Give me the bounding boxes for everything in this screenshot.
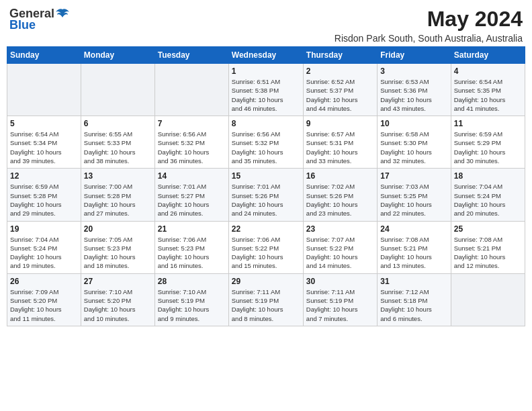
day-number: 28: [158, 277, 226, 286]
calendar-cell: 23Sunrise: 7:07 AM Sunset: 5:22 PM Dayli…: [303, 221, 377, 273]
day-number: 19: [10, 224, 78, 234]
calendar-cell: 30Sunrise: 7:11 AM Sunset: 5:19 PM Dayli…: [303, 273, 377, 326]
day-number: 12: [10, 171, 78, 181]
day-number: 2: [306, 66, 374, 76]
day-number: 16: [306, 171, 374, 181]
day-number: 5: [10, 119, 78, 128]
calendar-cell: 24Sunrise: 7:08 AM Sunset: 5:21 PM Dayli…: [378, 221, 451, 273]
day-number: 21: [158, 224, 226, 234]
day-number: 7: [158, 119, 226, 128]
day-number: 10: [380, 119, 447, 128]
calendar-cell: 18Sunrise: 7:04 AM Sunset: 5:24 PM Dayli…: [451, 169, 525, 221]
day-info: Sunrise: 7:02 AM Sunset: 5:26 PM Dayligh…: [306, 182, 374, 218]
calendar-cell: 13Sunrise: 7:00 AM Sunset: 5:28 PM Dayli…: [81, 169, 154, 221]
day-number: 30: [306, 277, 374, 286]
calendar-cell: 11Sunrise: 6:59 AM Sunset: 5:29 PM Dayli…: [451, 116, 525, 169]
weekday-header-saturday: Saturday: [451, 47, 525, 64]
calendar-cell: 31Sunrise: 7:12 AM Sunset: 5:18 PM Dayli…: [378, 273, 451, 326]
page-header: General Blue May 2024 Risdon Park South,…: [7, 7, 525, 44]
calendar-cell: 20Sunrise: 7:05 AM Sunset: 5:23 PM Dayli…: [81, 221, 154, 273]
day-info: Sunrise: 6:56 AM Sunset: 5:32 PM Dayligh…: [232, 130, 300, 165]
calendar-week-4: 19Sunrise: 7:04 AM Sunset: 5:24 PM Dayli…: [7, 221, 525, 273]
day-info: Sunrise: 6:54 AM Sunset: 5:34 PM Dayligh…: [10, 130, 78, 165]
day-number: 3: [380, 66, 447, 76]
day-number: 11: [454, 119, 522, 128]
weekday-header-tuesday: Tuesday: [154, 47, 228, 64]
calendar-week-3: 12Sunrise: 6:59 AM Sunset: 5:28 PM Dayli…: [7, 169, 525, 221]
day-number: 20: [84, 224, 152, 234]
calendar-cell: 5Sunrise: 6:54 AM Sunset: 5:34 PM Daylig…: [7, 116, 81, 169]
day-info: Sunrise: 7:08 AM Sunset: 5:21 PM Dayligh…: [380, 235, 447, 271]
calendar-cell: 17Sunrise: 7:03 AM Sunset: 5:25 PM Dayli…: [378, 169, 451, 221]
weekday-header-friday: Friday: [378, 47, 451, 64]
calendar-cell: [7, 64, 81, 116]
day-info: Sunrise: 7:12 AM Sunset: 5:18 PM Dayligh…: [380, 287, 447, 323]
weekday-header-sunday: Sunday: [7, 47, 81, 64]
day-info: Sunrise: 7:04 AM Sunset: 5:24 PM Dayligh…: [454, 182, 522, 218]
calendar-cell: 16Sunrise: 7:02 AM Sunset: 5:26 PM Dayli…: [303, 169, 377, 221]
logo-bird-icon: [56, 8, 69, 20]
day-number: 22: [232, 224, 300, 234]
day-number: 23: [306, 224, 374, 234]
calendar-cell: 1Sunrise: 6:51 AM Sunset: 5:38 PM Daylig…: [228, 64, 303, 116]
calendar-cell: [81, 64, 154, 116]
location-title: Risdon Park South, South Australia, Aust…: [335, 33, 523, 44]
day-info: Sunrise: 7:09 AM Sunset: 5:20 PM Dayligh…: [10, 287, 78, 323]
calendar-cell: 4Sunrise: 6:54 AM Sunset: 5:35 PM Daylig…: [451, 64, 525, 116]
weekday-header-wednesday: Wednesday: [228, 47, 303, 64]
calendar-week-5: 26Sunrise: 7:09 AM Sunset: 5:20 PM Dayli…: [7, 273, 525, 326]
day-info: Sunrise: 7:00 AM Sunset: 5:28 PM Dayligh…: [84, 182, 152, 218]
logo: General Blue: [9, 7, 69, 32]
day-number: 31: [380, 277, 447, 286]
calendar-cell: 10Sunrise: 6:58 AM Sunset: 5:30 PM Dayli…: [378, 116, 451, 169]
calendar-cell: 27Sunrise: 7:10 AM Sunset: 5:20 PM Dayli…: [81, 273, 154, 326]
day-info: Sunrise: 7:05 AM Sunset: 5:23 PM Dayligh…: [84, 235, 152, 271]
day-info: Sunrise: 7:04 AM Sunset: 5:24 PM Dayligh…: [10, 235, 78, 271]
day-number: 25: [454, 224, 522, 234]
day-info: Sunrise: 6:59 AM Sunset: 5:29 PM Dayligh…: [454, 130, 522, 165]
day-number: 27: [84, 277, 152, 286]
calendar-cell: 15Sunrise: 7:01 AM Sunset: 5:26 PM Dayli…: [228, 169, 303, 221]
day-number: 8: [232, 119, 300, 128]
calendar-cell: 26Sunrise: 7:09 AM Sunset: 5:20 PM Dayli…: [7, 273, 81, 326]
day-info: Sunrise: 7:06 AM Sunset: 5:22 PM Dayligh…: [232, 235, 300, 271]
title-area: May 2024 Risdon Park South, South Austra…: [335, 7, 523, 44]
calendar-header-row: SundayMondayTuesdayWednesdayThursdayFrid…: [7, 47, 525, 64]
calendar-cell: 21Sunrise: 7:06 AM Sunset: 5:23 PM Dayli…: [154, 221, 228, 273]
day-info: Sunrise: 6:59 AM Sunset: 5:28 PM Dayligh…: [10, 182, 78, 218]
calendar-cell: 9Sunrise: 6:57 AM Sunset: 5:31 PM Daylig…: [303, 116, 377, 169]
calendar-cell: [154, 64, 228, 116]
weekday-header-monday: Monday: [81, 47, 154, 64]
day-number: 14: [158, 171, 226, 181]
day-info: Sunrise: 7:06 AM Sunset: 5:23 PM Dayligh…: [158, 235, 226, 271]
calendar-cell: 7Sunrise: 6:56 AM Sunset: 5:32 PM Daylig…: [154, 116, 228, 169]
day-number: 24: [380, 224, 447, 234]
day-info: Sunrise: 6:53 AM Sunset: 5:36 PM Dayligh…: [380, 77, 447, 113]
calendar-cell: 25Sunrise: 7:08 AM Sunset: 5:21 PM Dayli…: [451, 221, 525, 273]
calendar-cell: 19Sunrise: 7:04 AM Sunset: 5:24 PM Dayli…: [7, 221, 81, 273]
day-info: Sunrise: 7:03 AM Sunset: 5:25 PM Dayligh…: [380, 182, 447, 218]
day-number: 9: [306, 119, 374, 128]
day-info: Sunrise: 7:11 AM Sunset: 5:19 PM Dayligh…: [232, 287, 300, 323]
day-info: Sunrise: 6:54 AM Sunset: 5:35 PM Dayligh…: [454, 77, 522, 113]
calendar-cell: 6Sunrise: 6:55 AM Sunset: 5:33 PM Daylig…: [81, 116, 154, 169]
calendar-cell: [451, 273, 525, 326]
calendar-cell: 12Sunrise: 6:59 AM Sunset: 5:28 PM Dayli…: [7, 169, 81, 221]
day-number: 15: [232, 171, 300, 181]
calendar-cell: 3Sunrise: 6:53 AM Sunset: 5:36 PM Daylig…: [378, 64, 451, 116]
day-info: Sunrise: 6:51 AM Sunset: 5:38 PM Dayligh…: [232, 77, 300, 113]
day-number: 29: [232, 277, 300, 286]
calendar-cell: 29Sunrise: 7:11 AM Sunset: 5:19 PM Dayli…: [228, 273, 303, 326]
day-info: Sunrise: 6:57 AM Sunset: 5:31 PM Dayligh…: [306, 130, 374, 165]
calendar-cell: 22Sunrise: 7:06 AM Sunset: 5:22 PM Dayli…: [228, 221, 303, 273]
day-info: Sunrise: 6:55 AM Sunset: 5:33 PM Dayligh…: [84, 130, 152, 165]
day-number: 17: [380, 171, 447, 181]
day-info: Sunrise: 7:08 AM Sunset: 5:21 PM Dayligh…: [454, 235, 522, 271]
day-info: Sunrise: 6:58 AM Sunset: 5:30 PM Dayligh…: [380, 130, 447, 165]
month-title: May 2024: [335, 7, 523, 32]
calendar-table: SundayMondayTuesdayWednesdayThursdayFrid…: [7, 46, 525, 326]
calendar-week-2: 5Sunrise: 6:54 AM Sunset: 5:34 PM Daylig…: [7, 116, 525, 169]
day-number: 18: [454, 171, 522, 181]
day-number: 4: [454, 66, 522, 76]
day-info: Sunrise: 7:11 AM Sunset: 5:19 PM Dayligh…: [306, 287, 374, 323]
